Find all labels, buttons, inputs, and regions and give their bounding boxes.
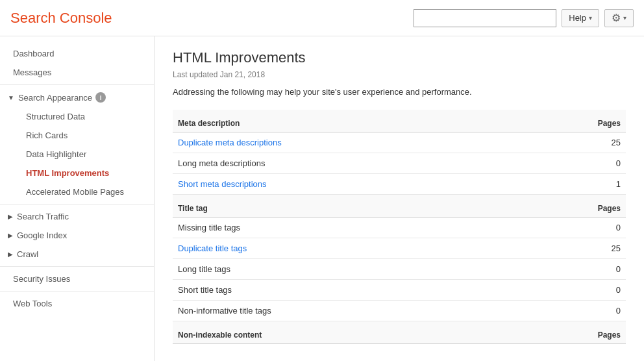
sidebar-section-search-traffic[interactable]: ▶ Search Traffic: [0, 207, 154, 226]
help-label: Help: [569, 13, 586, 23]
sidebar-section-search-appearance[interactable]: ▼ Search Appearance i: [0, 88, 154, 107]
sidebar-item-data-highlighter[interactable]: Data Highlighter: [0, 145, 154, 164]
non-indexable-pages-col: Pages: [523, 321, 626, 344]
missing-title-cell: Missing title tags: [173, 218, 523, 238]
long-meta-pages: 0: [523, 153, 626, 174]
title-tag-header: Title tag Pages: [173, 195, 626, 218]
title-tag-body: Missing title tags 0 Duplicate title tag…: [173, 218, 626, 321]
non-indexable-col-label: Non-indexable content: [173, 321, 523, 344]
sidebar-item-dashboard[interactable]: Dashboard: [0, 44, 154, 63]
meta-description-pages-col: Pages: [523, 110, 626, 132]
settings-chevron-icon: ▾: [623, 14, 626, 21]
table-row: Long title tags 0: [173, 259, 626, 280]
header: Search Console Help ▾ ⚙ ▾: [0, 0, 644, 36]
sidebar-divider-4: [0, 291, 154, 292]
table-row: Duplicate title tags 25: [173, 238, 626, 259]
meta-description-header: Meta description Pages: [173, 110, 626, 132]
sidebar-item-messages[interactable]: Messages: [0, 63, 154, 82]
table-row: Short title tags 0: [173, 280, 626, 301]
table-row: Long meta descriptions 0: [173, 153, 626, 174]
missing-title-pages: 0: [523, 218, 626, 238]
meta-description-col-label: Meta description: [173, 110, 523, 132]
noninformative-title-pages: 0: [523, 301, 626, 321]
arrow-right-icon-3: ▶: [8, 251, 13, 258]
improvements-table: Meta description Pages Duplicate meta de…: [173, 110, 626, 344]
sidebar-item-rich-cards[interactable]: Rich Cards: [0, 126, 154, 145]
sidebar-sub-search-appearance: Structured Data Rich Cards Data Highligh…: [0, 107, 154, 201]
page-title: HTML Improvements: [173, 49, 626, 66]
sidebar-item-security-issues[interactable]: Security Issues: [0, 269, 154, 288]
sidebar-section-google-index[interactable]: ▶ Google Index: [0, 226, 154, 245]
duplicate-title-link[interactable]: Duplicate title tags: [178, 243, 247, 253]
page-layout: Dashboard Messages ▼ Search Appearance i…: [0, 36, 644, 361]
header-search-area: Help ▾ ⚙ ▾: [414, 9, 634, 27]
non-indexable-header: Non-indexable content Pages: [173, 321, 626, 344]
short-meta-cell: Short meta descriptions: [173, 174, 523, 195]
sidebar-traffic-label: Search Traffic: [17, 212, 69, 221]
noninformative-title-cell: Non-informative title tags: [173, 301, 523, 321]
meta-description-body: Duplicate meta descriptions 25 Long meta…: [173, 132, 626, 195]
sidebar-divider-3: [0, 266, 154, 267]
sidebar: Dashboard Messages ▼ Search Appearance i…: [0, 36, 155, 361]
sidebar-section-label: Search Appearance: [18, 93, 92, 103]
main-content: HTML Improvements Last updated Jan 21, 2…: [155, 36, 644, 361]
table-row: Missing title tags 0: [173, 218, 626, 238]
short-meta-link[interactable]: Short meta descriptions: [178, 179, 267, 189]
help-button[interactable]: Help ▾: [562, 9, 599, 27]
duplicate-meta-pages: 25: [523, 132, 626, 153]
table-row: Short meta descriptions 1: [173, 174, 626, 195]
last-updated: Last updated Jan 21, 2018: [173, 70, 626, 79]
sidebar-crawl-label: Crawl: [17, 249, 38, 259]
sidebar-item-web-tools[interactable]: Web Tools: [0, 294, 154, 313]
duplicate-meta-cell: Duplicate meta descriptions: [173, 132, 523, 153]
settings-button[interactable]: ⚙ ▾: [604, 9, 634, 27]
sidebar-divider-2: [0, 204, 154, 205]
duplicate-meta-link[interactable]: Duplicate meta descriptions: [178, 138, 282, 147]
duplicate-title-cell: Duplicate title tags: [173, 238, 523, 259]
app-logo: Search Console: [10, 10, 112, 27]
sidebar-item-structured-data[interactable]: Structured Data: [0, 107, 154, 126]
gear-icon: ⚙: [612, 12, 621, 24]
sidebar-item-amp[interactable]: Accelerated Mobile Pages: [0, 182, 154, 201]
title-tag-col-label: Title tag: [173, 195, 523, 218]
sidebar-divider-1: [0, 84, 154, 85]
short-title-pages: 0: [523, 280, 626, 301]
long-title-pages: 0: [523, 259, 626, 280]
long-title-cell: Long title tags: [173, 259, 523, 280]
search-input[interactable]: [414, 9, 556, 27]
info-icon: i: [95, 92, 106, 103]
sidebar-index-label: Google Index: [17, 230, 67, 240]
arrow-down-icon: ▼: [8, 94, 14, 101]
long-meta-cell: Long meta descriptions: [173, 153, 523, 174]
help-chevron-icon: ▾: [589, 14, 592, 21]
table-row: Non-informative title tags 0: [173, 301, 626, 321]
short-meta-pages: 1: [523, 174, 626, 195]
short-title-cell: Short title tags: [173, 280, 523, 301]
duplicate-title-pages: 25: [523, 238, 626, 259]
arrow-right-icon: ▶: [8, 213, 13, 220]
sidebar-section-crawl[interactable]: ▶ Crawl: [0, 245, 154, 264]
title-tag-pages-col: Pages: [523, 195, 626, 218]
sidebar-item-html-improvements[interactable]: HTML Improvements: [0, 164, 154, 182]
description: Addressing the following may help your s…: [173, 87, 626, 97]
table-row: Duplicate meta descriptions 25: [173, 132, 626, 153]
arrow-right-icon-2: ▶: [8, 232, 13, 239]
